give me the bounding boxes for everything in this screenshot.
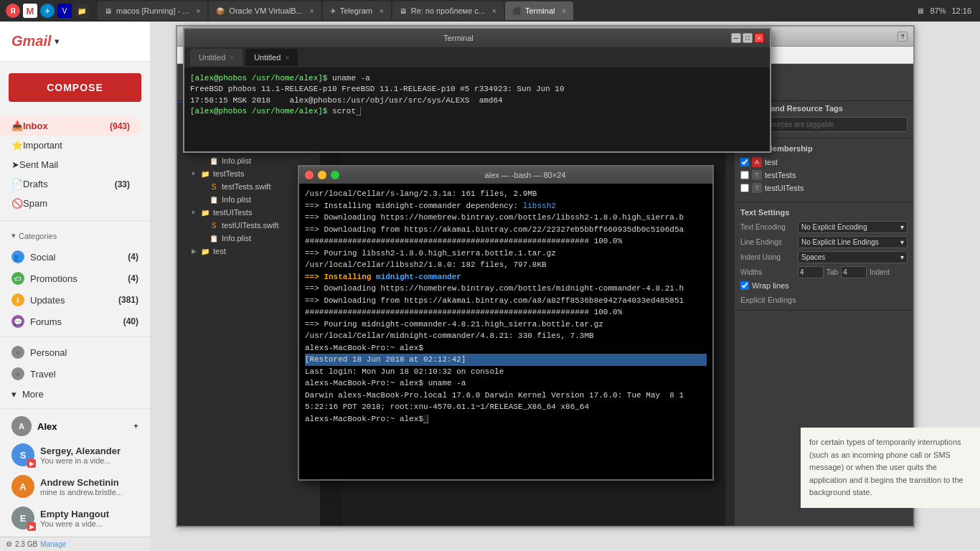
yandex-icon[interactable]: Я <box>6 4 20 18</box>
tree-plist1-icon: 📋 <box>209 156 219 166</box>
brew-line-17: alexs-MacBook-Pro:~ alex$ uname -a <box>305 377 707 390</box>
inbox-count: (943) <box>110 121 130 131</box>
indent-width-label: Indent <box>870 268 890 276</box>
add-contact-button[interactable]: + <box>133 421 138 431</box>
mac-brew-body[interactable]: /usr/local/Cellar/s-lang/2.3.1a: 161 fil… <box>299 184 712 479</box>
target-testtests-checkbox[interactable] <box>740 171 749 179</box>
bsd-tab-2[interactable]: Untitled × <box>245 49 298 66</box>
target-testuitests-checkbox[interactable] <box>740 184 749 192</box>
compose-button[interactable]: COMPOSE <box>9 73 141 102</box>
description-text: for certain types of temporarily interru… <box>809 438 963 496</box>
nav-important[interactable]: ⭐ Important <box>0 136 141 155</box>
mac-brew-close-dot[interactable] <box>305 171 314 179</box>
tab-width-input[interactable] <box>798 266 824 278</box>
tree-tt-arrow: ▾ <box>192 170 200 177</box>
tree-products-folder-icon: 📁 <box>200 246 210 256</box>
indent-using-row: Indent Using Spaces ▾ <box>740 251 908 263</box>
nav-sent-label: Sent Mail <box>19 159 58 170</box>
bsd-tab-1-close[interactable]: × <box>230 54 234 62</box>
tab-terminal-close[interactable]: × <box>562 7 566 15</box>
tab-telegram[interactable]: ✈ Telegram × <box>323 1 391 20</box>
brew-line-16: Last login: Mon Jun 18 02:10:32 on conso… <box>305 366 707 378</box>
nav-spam[interactable]: 🚫 Spam <box>0 194 141 213</box>
social-icon: 👥 <box>11 250 24 263</box>
bsd-terminal-body[interactable]: [alex@phobos /usr/home/alex]$ uname -a F… <box>184 67 770 151</box>
bsd-line-1: [alex@phobos /usr/home/alex]$ uname -a <box>190 73 764 84</box>
vbox-taskbar-icon[interactable]: V <box>57 4 72 18</box>
contact-empty-info: Empty Hangout You were a vide... <box>40 509 138 528</box>
contacts-header[interactable]: A Alex + <box>0 413 150 439</box>
mac-brew-max-dot[interactable] <box>331 171 339 179</box>
tab-oracle-close[interactable]: × <box>310 7 314 15</box>
line-endings-label: Line Endings <box>740 238 798 246</box>
mac-brew-title: alex — -bash — 80×24 <box>344 171 707 179</box>
mac-brew-min-dot[interactable] <box>318 171 326 179</box>
tab-re-close[interactable]: × <box>492 7 496 15</box>
contact-sergey[interactable]: S ▶ Sergey, Alexander You were in a vide… <box>0 439 150 471</box>
nav-travel[interactable]: ○ Travel <box>0 363 150 385</box>
category-promotions[interactable]: 🏷 Promotions (4) <box>0 268 150 289</box>
nav-drafts[interactable]: 📄 Drafts (33) <box>0 174 141 194</box>
bsd-line-2: FreeBSD phobos 11.1-RELEASE-p10 FreeBSD … <box>190 84 764 95</box>
gmail-account-toggle[interactable]: ▾ <box>55 36 60 47</box>
gmail-taskbar-icon[interactable]: M <box>23 4 37 18</box>
bsd-tab-2-close[interactable]: × <box>285 54 289 62</box>
bsd-terminal-titlebar: Terminal ─ □ × <box>184 29 770 47</box>
bsd-max-button[interactable]: □ <box>743 33 753 43</box>
taskbar-monitor-icon: 🖥 <box>916 6 924 15</box>
tab-telegram-close[interactable]: × <box>380 7 384 15</box>
nav-personal[interactable]: ○ Personal <box>0 342 150 363</box>
text-encoding-row: Text Encoding No Explicit Encoding ▾ <box>740 221 908 233</box>
vbox-help-button[interactable]: ? <box>897 32 908 42</box>
tab-re[interactable]: 🖥 Re: по проблеме с... × <box>392 1 504 20</box>
tab-macos-icon: 🖥 <box>105 7 112 15</box>
tab-terminal[interactable]: ⬛ Terminal × <box>505 1 573 20</box>
indent-width-input[interactable] <box>841 266 867 278</box>
category-social[interactable]: 👥 Social (4) <box>0 246 150 268</box>
forums-count: (40) <box>123 316 138 326</box>
tree-tt-folder-icon: 📁 <box>200 169 210 179</box>
category-forums[interactable]: 💬 Forums (40) <box>0 311 150 332</box>
contacts-label: Alex <box>37 421 57 432</box>
telegram-taskbar-icon[interactable]: ✈ <box>40 4 55 18</box>
category-updates[interactable]: ℹ Updates (381) <box>0 289 150 311</box>
bsd-min-button[interactable]: ─ <box>731 33 741 43</box>
text-encoding-dropdown[interactable]: No Explicit Encoding ▾ <box>798 221 908 233</box>
text-encoding-label: Text Encoding <box>740 223 798 231</box>
updates-label: Updates <box>30 295 65 306</box>
manage-link[interactable]: Manage <box>40 540 66 548</box>
tab-oracle[interactable]: 📦 Oracle VM VirtualB... × <box>209 1 321 20</box>
contact-empty[interactable]: E ▶ Empty Hangout You were a vide... <box>0 502 150 534</box>
contact-sergey-avatar: S ▶ <box>11 443 34 466</box>
taskbar-right: 🖥 87% 12:16 <box>908 6 980 15</box>
bsd-tab-1-label: Untitled <box>199 53 225 62</box>
tab-macos-close[interactable]: × <box>197 7 201 15</box>
bsd-tab-2-label: Untitled <box>254 53 281 62</box>
categories-header[interactable]: ▾ Categories <box>0 225 150 246</box>
tab-macos[interactable]: 🖥 macos [Running] - ... × <box>98 1 207 20</box>
bsd-tab-1[interactable]: Untitled × <box>190 49 242 66</box>
target-test-checkbox[interactable] <box>740 158 749 166</box>
text-settings-section: Text Settings Text Encoding No Explicit … <box>735 202 913 311</box>
indent-arrow: ▾ <box>900 253 904 261</box>
nav-sent[interactable]: ➤ Sent Mail <box>0 155 141 174</box>
personal-label: Personal <box>30 347 67 358</box>
brew-line-18: Darwin alexs-MacBook-Pro.local 17.6.0 Da… <box>305 390 707 402</box>
contact-andrew[interactable]: A Andrew Schetinin mine is andrew.bristl… <box>0 471 150 502</box>
nav-inbox[interactable]: 📥 Inbox (943) <box>0 116 141 136</box>
files-taskbar-icon[interactable]: 📁 <box>75 4 89 18</box>
brew-line-4: ==> Downloading from https://akamai.bint… <box>305 224 707 236</box>
bsd-window-controls: ─ □ × <box>731 33 764 43</box>
indent-using-dropdown[interactable]: Spaces ▾ <box>798 251 908 263</box>
taskbar-clock: 12:16 <box>951 6 971 15</box>
line-endings-dropdown[interactable]: No Explicit Line Endings ▾ <box>798 236 908 248</box>
forums-icon: 💬 <box>11 315 24 328</box>
promotions-label: Promotions <box>30 273 77 284</box>
social-count: (4) <box>128 252 138 262</box>
bsd-close-button[interactable]: × <box>754 33 764 43</box>
indent-using-value: Spaces <box>801 253 825 261</box>
wrap-lines-checkbox[interactable] <box>740 281 749 290</box>
nav-more[interactable]: ▾ More <box>0 385 150 404</box>
contacts-avatar: A <box>11 416 32 436</box>
line-endings-value: No Explicit Line Endings <box>801 238 879 246</box>
